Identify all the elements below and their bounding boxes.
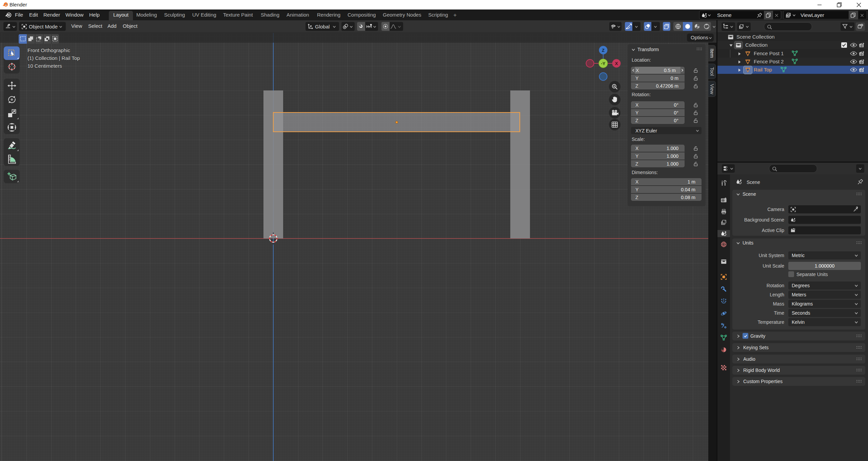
svg-text:X: X (615, 61, 618, 66)
svg-text:-Y: -Y (601, 61, 606, 66)
svg-text:Z: Z (602, 48, 605, 53)
